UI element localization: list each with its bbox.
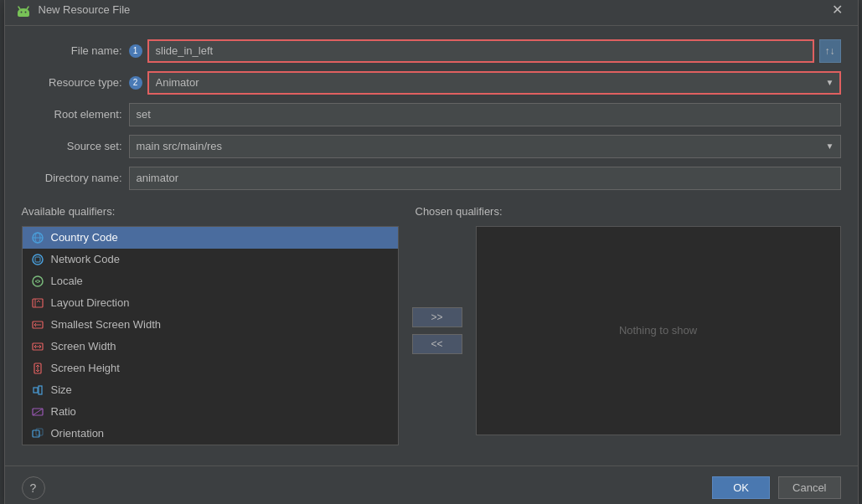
svg-rect-10 bbox=[35, 257, 40, 262]
nothing-to-show: Nothing to show bbox=[619, 324, 697, 337]
qualifiers-headers: Available qualifiers: Chosen qualifiers: bbox=[22, 202, 841, 218]
qualifier-icon-screen-height bbox=[31, 362, 44, 375]
directory-name-row: Directory name: bbox=[22, 167, 841, 190]
svg-line-23 bbox=[33, 409, 43, 415]
svg-rect-1 bbox=[18, 12, 29, 17]
qualifier-label-network-code: Network Code bbox=[51, 253, 120, 265]
sort-button[interactable]: ↑↓ bbox=[819, 39, 841, 63]
cancel-button[interactable]: Cancel bbox=[778, 476, 840, 499]
file-name-input[interactable] bbox=[147, 39, 814, 63]
qualifier-item-ratio[interactable]: Ratio bbox=[23, 401, 398, 423]
qualifier-item-smallest-screen-width[interactable]: Smallest Screen Width bbox=[23, 314, 398, 336]
source-set-select[interactable]: main src/main/res bbox=[129, 135, 841, 158]
resource-type-select-container: Animator Drawable Layout Menu Values ▼ bbox=[147, 71, 841, 95]
file-name-row: File name: 1 ↑↓ bbox=[22, 39, 841, 63]
footer-buttons: OK Cancel bbox=[712, 476, 840, 499]
qualifier-label-screen-width: Screen Width bbox=[51, 340, 116, 352]
qualifier-icon-network-code bbox=[31, 253, 44, 266]
resource-type-label: Resource type: bbox=[22, 76, 122, 89]
qualifier-item-layout-direction[interactable]: Layout Direction bbox=[23, 292, 398, 314]
available-qualifiers-title: Available qualifiers: bbox=[22, 205, 399, 218]
available-qualifiers-list: Country Code Network Code bbox=[22, 226, 399, 445]
qualifier-item-size[interactable]: Size bbox=[23, 379, 398, 401]
chosen-qualifiers-container: Nothing to show bbox=[476, 226, 841, 435]
svg-point-2 bbox=[20, 11, 22, 13]
root-element-label: Root element: bbox=[22, 108, 122, 121]
svg-line-4 bbox=[18, 7, 20, 9]
new-resource-dialog: New Resource File ✕ File name: 1 ↑↓ Reso… bbox=[4, 0, 859, 504]
add-qualifier-button[interactable]: >> bbox=[412, 307, 462, 327]
svg-point-9 bbox=[33, 255, 43, 265]
file-name-label: File name: bbox=[22, 44, 122, 57]
file-name-badge: 1 bbox=[129, 44, 142, 58]
directory-name-label: Directory name: bbox=[22, 172, 122, 184]
qualifier-icon-smallest-screen-width bbox=[31, 318, 44, 332]
available-qualifiers-container: Country Code Network Code bbox=[22, 226, 399, 445]
qualifier-label-country-code: Country Code bbox=[51, 231, 118, 244]
ok-button[interactable]: OK bbox=[712, 476, 770, 499]
qualifier-label-orientation: Orientation bbox=[51, 427, 105, 440]
svg-rect-12 bbox=[33, 299, 43, 307]
resource-type-row: Resource type: 2 Animator Drawable Layou… bbox=[22, 71, 841, 95]
directory-name-input[interactable] bbox=[129, 167, 841, 190]
qualifier-icon-screen-width bbox=[31, 340, 44, 353]
qualifier-item-network-code[interactable]: Network Code bbox=[23, 249, 398, 270]
dialog-footer: ? OK Cancel bbox=[5, 465, 858, 505]
help-button[interactable]: ? bbox=[22, 476, 45, 500]
qualifiers-area: Country Code Network Code bbox=[22, 226, 841, 452]
qualifier-icon-locale bbox=[31, 275, 44, 288]
qualifier-label-size: Size bbox=[51, 383, 72, 396]
qualifier-item-screen-width[interactable]: Screen Width bbox=[23, 336, 398, 357]
title-bar-left: New Resource File bbox=[15, 2, 131, 18]
source-set-select-container: main src/main/res ▼ bbox=[129, 135, 841, 158]
resource-type-select[interactable]: Animator Drawable Layout Menu Values bbox=[147, 71, 841, 95]
svg-rect-20 bbox=[34, 388, 38, 393]
qualifier-icon-orientation bbox=[31, 427, 44, 440]
qualifier-icon-layout-direction bbox=[31, 296, 44, 310]
dialog-title: New Resource File bbox=[39, 3, 131, 16]
chosen-qualifiers-list: Nothing to show bbox=[476, 226, 841, 435]
qualifier-icon-country-code bbox=[31, 231, 44, 244]
qualifier-icon-ratio bbox=[31, 405, 44, 419]
chosen-qualifiers-title: Chosen qualifiers: bbox=[416, 205, 503, 218]
qualifier-item-orientation[interactable]: Orientation bbox=[23, 423, 398, 445]
svg-rect-21 bbox=[39, 386, 42, 394]
root-element-row: Root element: bbox=[22, 103, 841, 126]
qualifier-icon-size bbox=[31, 383, 44, 397]
root-element-input[interactable] bbox=[129, 103, 841, 126]
dialog-content: File name: 1 ↑↓ Resource type: 2 Animato… bbox=[5, 26, 858, 465]
resource-type-select-wrapper: 2 Animator Drawable Layout Menu Values ▼ bbox=[129, 71, 841, 95]
remove-qualifier-button[interactable]: << bbox=[412, 334, 462, 354]
svg-point-11 bbox=[33, 276, 43, 286]
arrows-area: >> << bbox=[399, 226, 476, 435]
qualifier-label-ratio: Ratio bbox=[51, 405, 76, 418]
close-button[interactable]: ✕ bbox=[827, 2, 848, 18]
title-bar: New Resource File ✕ bbox=[5, 0, 858, 26]
qualifier-label-locale: Locale bbox=[51, 275, 83, 287]
qualifier-item-screen-height[interactable]: Screen Height bbox=[23, 357, 398, 379]
svg-point-3 bbox=[24, 11, 26, 13]
qualifier-label-smallest-screen-width: Smallest Screen Width bbox=[51, 318, 162, 331]
file-name-input-wrapper: 1 ↑↓ bbox=[129, 39, 841, 63]
svg-line-5 bbox=[27, 7, 28, 9]
source-set-label: Source set: bbox=[22, 140, 122, 152]
qualifier-item-locale[interactable]: Locale bbox=[23, 270, 398, 292]
resource-type-badge: 2 bbox=[129, 76, 142, 90]
qualifier-label-screen-height: Screen Height bbox=[51, 362, 120, 374]
qualifier-item-country-code[interactable]: Country Code bbox=[23, 227, 398, 249]
android-icon bbox=[15, 2, 32, 18]
source-set-row: Source set: main src/main/res ▼ bbox=[22, 135, 841, 158]
qualifier-label-layout-direction: Layout Direction bbox=[51, 296, 130, 309]
